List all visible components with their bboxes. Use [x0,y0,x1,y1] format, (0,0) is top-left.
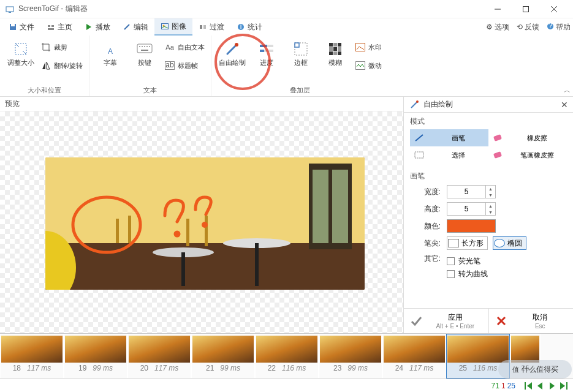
freetext-button[interactable]: Aa自由文本 [162,38,207,56]
up-arrow-icon[interactable]: ▲ [486,186,495,192]
timeline[interactable]: 18117 ms 1999 ms 20117 ms 2199 ms 22116 … [0,333,573,379]
ribbon-collapse-button[interactable]: ︿ [564,86,571,95]
highlighter-checkbox[interactable]: 荧光笔 [447,256,488,266]
nav-first-button[interactable] [522,380,534,391]
nav-last-button[interactable] [558,380,571,391]
menu-image[interactable]: 图像 [154,18,192,36]
down-arrow-icon[interactable]: ▼ [486,192,495,198]
mode-select[interactable]: 选择 [410,146,488,164]
svg-rect-44 [333,43,337,47]
color-picker[interactable] [447,219,496,233]
crop-icon [40,42,51,53]
svg-rect-45 [338,43,341,47]
svg-line-72 [416,135,423,141]
titleframe-button[interactable]: ab标题帧 [162,56,207,75]
menu-stats[interactable]: i统计 [230,18,268,36]
menu-transition[interactable]: 过渡 [192,18,230,36]
tip-rect-radio[interactable]: 长方形 [447,236,488,250]
svg-rect-47 [333,47,337,51]
svg-line-23 [23,51,26,55]
frame-26[interactable]: 26 [510,334,541,379]
frame-counts: 71125 [491,382,515,390]
flip-icon [40,60,51,71]
help-icon: ? [547,23,554,32]
svg-rect-0 [6,7,13,12]
crop-button[interactable]: 裁剪 [38,38,85,56]
watermark-button[interactable]: 水印 [352,38,384,56]
svg-rect-83 [566,382,567,390]
micro-button[interactable]: 微动 [352,56,384,75]
svg-rect-42 [295,43,299,47]
frame-25[interactable]: 25116 ms [446,334,510,379]
apply-button[interactable]: 应用Alt + E • Enter [404,309,488,333]
up-arrow-icon[interactable]: ▲ [486,203,495,209]
frame-21[interactable]: 2199 ms [191,334,255,379]
width-spinner[interactable]: 5▲▼ [447,185,496,198]
title-bar: ScreenToGif - 编辑器 [0,0,573,18]
pencil-icon [123,23,131,31]
maximize-button[interactable] [512,0,540,18]
frame-20[interactable]: 20117 ms [127,334,191,379]
height-spinner[interactable]: 5▲▼ [447,202,496,216]
down-arrow-icon[interactable]: ▼ [486,209,495,215]
svg-text:ab: ab [165,61,174,69]
home-icon [47,23,55,31]
mode-stroke-eraser[interactable]: 笔画橡皮擦 [488,146,567,164]
nav-prev-button[interactable] [534,380,546,391]
ribbon-group-size: 调整大小 裁剪 翻转/旋转 大小和位置 [0,36,89,96]
select-icon [412,150,426,160]
subtitle-button[interactable]: A字幕 [93,38,127,85]
frame-23[interactable]: 2399 ms [319,334,382,379]
menu-feedback[interactable]: ⟲反馈 [517,22,539,32]
svg-rect-46 [329,47,333,51]
progress-icon [258,40,275,58]
frame-22[interactable]: 22116 ms [255,334,319,379]
curve-checkbox[interactable]: 转为曲线 [447,269,488,279]
save-icon [9,23,17,31]
freedraw-button[interactable]: 自由绘制 [215,38,249,85]
svg-point-69 [175,232,179,236]
tip-ellipse-radio[interactable]: 椭圆 [493,236,526,250]
blur-button[interactable]: 模糊 [318,38,352,85]
frame-24[interactable]: 24117 ms [382,334,446,379]
mode-brush[interactable]: 画笔 [410,129,488,146]
svg-text:i: i [240,23,242,31]
keystroke-button[interactable]: 按键 [127,38,162,85]
svg-rect-15 [200,25,202,29]
menu-play[interactable]: 播放 [78,18,116,36]
close-button[interactable] [540,0,568,18]
frame-19[interactable]: 1999 ms [64,334,127,379]
menu-help[interactable]: ?帮助 [547,22,571,32]
ribbon: 调整大小 裁剪 翻转/旋转 大小和位置 A字幕 按键 Aa自由文本 ab标题帧 … [0,36,573,97]
nav-next-button[interactable] [546,380,558,391]
cancel-button[interactable]: 取消Esc [488,309,574,333]
panel-close-button[interactable]: ✕ [561,100,568,110]
svg-rect-57 [313,170,328,243]
menu-home[interactable]: 主页 [40,18,78,36]
border-button[interactable]: 边框 [284,38,318,85]
border-icon [292,40,309,58]
preview-canvas[interactable] [0,111,403,333]
svg-line-12 [124,24,129,29]
minimize-button[interactable] [484,0,512,18]
progress-button[interactable]: 进度 [249,38,284,85]
menu-options[interactable]: ⚙选项 [486,22,509,32]
svg-rect-38 [260,45,267,47]
resize-button[interactable]: 调整大小 [4,38,38,85]
svg-marker-81 [550,382,555,390]
mode-eraser[interactable]: 橡皮擦 [488,129,567,146]
svg-text:A: A [108,47,113,56]
menu-edit[interactable]: 编辑 [116,18,154,36]
svg-point-30 [144,46,145,47]
brush-section: 画笔 宽度: 5▲▼ 高度: 5▲▼ 颜色: 笔尖: 长方形 椭圆 其它: 荧光… [404,167,573,289]
svg-rect-67 [205,216,208,246]
svg-rect-53 [356,62,365,70]
menu-file[interactable]: 文件 [2,18,40,36]
frame-18[interactable]: 18117 ms [0,334,64,379]
svg-rect-75 [493,151,502,159]
svg-rect-64 [116,219,119,243]
flip-rotate-button[interactable]: 翻转/旋转 [38,56,85,75]
svg-rect-65 [128,216,131,243]
stroke-eraser-icon [491,150,504,160]
mode-section: 模式 画笔 橡皮擦 选择 笔画橡皮擦 [404,113,573,167]
